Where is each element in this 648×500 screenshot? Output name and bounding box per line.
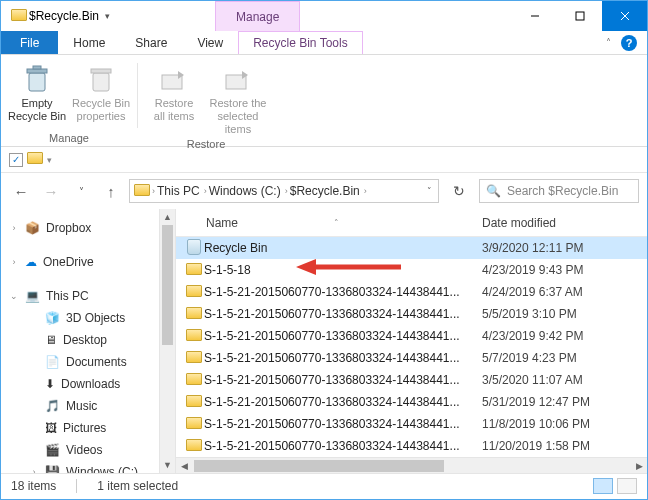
nav-onedrive[interactable]: ›☁OneDrive [1, 251, 175, 273]
restore-all-button[interactable]: Restore all items [144, 59, 204, 136]
nav-videos[interactable]: 🎬Videos [1, 439, 175, 461]
file-date: 4/24/2019 6:37 AM [482, 285, 647, 299]
sort-asc-icon: ˄ [334, 218, 339, 228]
file-name: S-1-5-21-2015060770-1336803324-14438441.… [204, 307, 482, 321]
collapse-ribbon-icon[interactable]: ˄ [606, 37, 611, 48]
details-view-button[interactable] [593, 478, 613, 494]
recycle-bin-properties-button[interactable]: Recycle Bin properties [71, 59, 131, 130]
file-name: S-1-5-21-2015060770-1336803324-14438441.… [204, 439, 482, 453]
file-date: 3/5/2020 11:07 AM [482, 373, 647, 387]
ribbon-tabs: File Home Share View Recycle Bin Tools ˄… [1, 31, 647, 55]
cube-icon: 🧊 [45, 311, 60, 325]
address-bar[interactable]: › This PC› Windows (C:)› $Recycle.Bin› ˅ [129, 179, 439, 203]
nav-music[interactable]: 🎵Music [1, 395, 175, 417]
nav-this-pc[interactable]: ⌄💻This PC [1, 285, 175, 307]
drive-icon: 💾 [45, 465, 60, 473]
music-icon: 🎵 [45, 399, 60, 413]
refresh-button[interactable]: ↻ [445, 179, 473, 203]
tab-home[interactable]: Home [58, 31, 120, 54]
restore-selected-icon [222, 63, 254, 95]
nav-desktop[interactable]: 🖥Desktop [1, 329, 175, 351]
tab-share[interactable]: Share [120, 31, 182, 54]
nav-3d-objects[interactable]: 🧊3D Objects [1, 307, 175, 329]
nav-scrollbar[interactable]: ▲▼ [159, 209, 175, 473]
table-row[interactable]: S-1-5-21-2015060770-1336803324-14438441.… [176, 435, 647, 457]
file-name: Recycle Bin [204, 241, 482, 255]
svg-rect-1 [576, 12, 584, 20]
help-icon[interactable]: ? [621, 35, 637, 51]
trash-icon [21, 63, 53, 95]
navigation-pane[interactable]: ›📦Dropbox ›☁OneDrive ⌄💻This PC 🧊3D Objec… [1, 209, 176, 473]
nav-windows-c[interactable]: ›💾Windows (C:) [1, 461, 175, 473]
svg-rect-6 [33, 66, 41, 69]
column-header-name[interactable]: Name˄ [184, 216, 482, 230]
folder-icon [27, 152, 43, 167]
file-date: 5/31/2019 12:47 PM [482, 395, 647, 409]
folder-icon [186, 373, 202, 385]
tab-view[interactable]: View [182, 31, 238, 54]
table-row[interactable]: S-1-5-21-2015060770-1336803324-14438441.… [176, 391, 647, 413]
table-row[interactable]: S-1-5-21-2015060770-1336803324-14438441.… [176, 369, 647, 391]
trash-props-icon [85, 63, 117, 95]
file-date: 4/23/2019 9:42 PM [482, 329, 647, 343]
thumbnails-view-button[interactable] [617, 478, 637, 494]
recycle-bin-icon [187, 239, 201, 255]
file-date: 5/7/2019 4:23 PM [482, 351, 647, 365]
nav-dropbox[interactable]: ›📦Dropbox [1, 217, 175, 239]
horizontal-scrollbar[interactable]: ◀▶ [176, 457, 647, 473]
search-icon: 🔍 [486, 184, 501, 198]
maximize-button[interactable] [557, 1, 602, 31]
restore-selected-button[interactable]: Restore the selected items [208, 59, 268, 136]
videos-icon: 🎬 [45, 443, 60, 457]
folder-icon [186, 439, 202, 451]
search-input[interactable]: 🔍 Search $Recycle.Bin [479, 179, 639, 203]
table-row[interactable]: S-1-5-21-2015060770-1336803324-14438441.… [176, 303, 647, 325]
recent-locations-button[interactable]: ˅ [69, 179, 93, 203]
table-row[interactable]: S-1-5-21-2015060770-1336803324-14438441.… [176, 413, 647, 435]
quick-access-bar: ✓ ▾ [1, 147, 647, 173]
file-date: 11/20/2019 1:58 PM [482, 439, 647, 453]
table-row[interactable]: S-1-5-21-2015060770-1336803324-14438441.… [176, 281, 647, 303]
window-title: $Recycle.Bin [29, 9, 99, 23]
table-row[interactable]: S-1-5-184/23/2019 9:43 PM [176, 259, 647, 281]
folder-icon [9, 9, 29, 24]
tab-recycle-bin-tools[interactable]: Recycle Bin Tools [238, 31, 363, 54]
folder-icon [186, 285, 202, 297]
file-date: 4/23/2019 9:43 PM [482, 263, 647, 277]
table-row[interactable]: S-1-5-21-2015060770-1336803324-14438441.… [176, 347, 647, 369]
tab-file[interactable]: File [1, 31, 58, 54]
navigation-bar: ← → ˅ ↑ › This PC› Windows (C:)› $Recycl… [1, 173, 647, 209]
address-dropdown-icon[interactable]: ˅ [420, 186, 438, 196]
ribbon-group-restore: Restore [187, 136, 226, 152]
desktop-icon: 🖥 [45, 333, 57, 347]
file-name: S-1-5-21-2015060770-1336803324-14438441.… [204, 417, 482, 431]
forward-button[interactable]: → [39, 179, 63, 203]
empty-recycle-bin-button[interactable]: Empty Recycle Bin [7, 59, 67, 130]
up-button[interactable]: ↑ [99, 179, 123, 203]
documents-icon: 📄 [45, 355, 60, 369]
folder-icon [186, 307, 202, 319]
table-row[interactable]: S-1-5-21-2015060770-1336803324-14438441.… [176, 325, 647, 347]
svg-rect-7 [93, 73, 109, 91]
nav-documents[interactable]: 📄Documents [1, 351, 175, 373]
minimize-button[interactable] [512, 1, 557, 31]
table-row[interactable]: Recycle Bin3/9/2020 12:11 PM [176, 237, 647, 259]
back-button[interactable]: ← [9, 179, 33, 203]
dropbox-icon: 📦 [25, 221, 40, 235]
file-name: S-1-5-21-2015060770-1336803324-14438441.… [204, 373, 482, 387]
nav-pictures[interactable]: 🖼Pictures [1, 417, 175, 439]
qat-chevron-icon[interactable]: ▾ [47, 155, 52, 165]
file-date: 3/9/2020 12:11 PM [482, 241, 647, 255]
qat-dropdown-icon[interactable]: ▾ [105, 11, 110, 21]
select-all-checkbox[interactable]: ✓ [9, 153, 23, 167]
pictures-icon: 🖼 [45, 421, 57, 435]
close-button[interactable] [602, 1, 647, 31]
restore-all-icon [158, 63, 190, 95]
svg-rect-5 [27, 69, 47, 73]
folder-icon [186, 351, 202, 363]
column-header-date[interactable]: Date modified [482, 216, 647, 230]
file-date: 5/5/2019 3:10 PM [482, 307, 647, 321]
svg-rect-8 [91, 69, 111, 73]
nav-downloads[interactable]: ⬇Downloads [1, 373, 175, 395]
titlebar: $Recycle.Bin ▾ Manage [1, 1, 647, 31]
